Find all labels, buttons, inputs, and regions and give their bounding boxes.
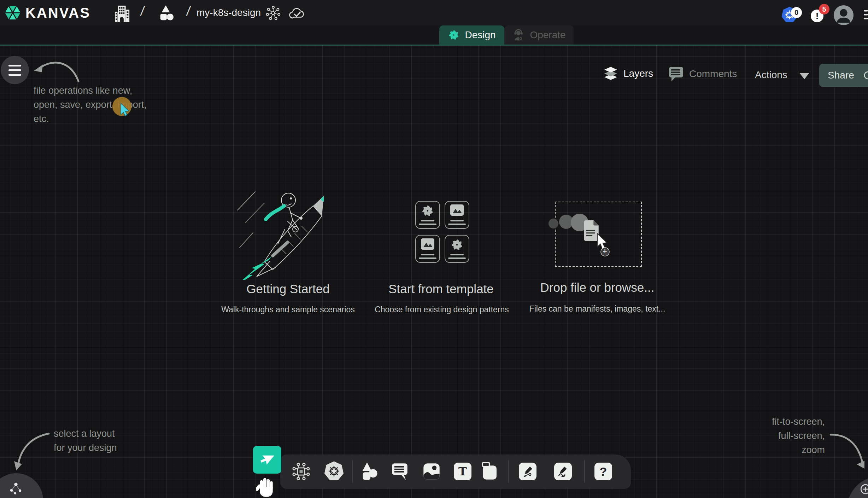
mesh-sync-icon[interactable] [266,6,281,21]
organization-icon[interactable] [114,4,131,22]
component-tool[interactable] [292,462,310,481]
note-tool[interactable] [482,462,499,480]
shapes-tool-icon [360,462,379,481]
pan-hand-icon[interactable] [256,475,278,498]
kubernetes-count-badge: 0 [791,7,802,18]
template-subtitle: Choose from existing design patterns [368,305,516,314]
click-highlight-cursor [111,95,136,121]
rocket-illustration[interactable] [235,187,341,280]
template-card-image[interactable] [415,235,440,263]
design-pinwheel-icon [448,29,460,41]
pinwheel-icon [421,204,434,218]
annotation-arrow-zoom [823,430,868,470]
getting-started-subtitle: Walk-throughs and sample scenarios [214,305,362,314]
tab-design-label: Design [465,29,495,41]
comments-label: Comments [689,68,737,80]
actions-button[interactable]: Actions [755,69,787,81]
share-partial-icon [862,70,868,81]
plus-glyph: + [603,247,607,256]
template-card-image[interactable] [445,201,469,229]
accent-divider [0,45,868,46]
top-bar: KANVAS / / my-k8s-design [0,0,868,25]
image-icon [450,204,464,216]
help-tool[interactable]: ? [594,463,612,480]
kanvas-logo-icon[interactable] [4,4,22,22]
comments-button[interactable]: Comments [668,66,737,82]
avatar[interactable] [833,5,854,25]
select-cursor-icon [259,452,275,468]
edge-menu-icon[interactable] [864,9,868,21]
layers-icon [603,66,618,81]
pinwheel-icon [450,238,464,251]
alert-count-badge: 5 [819,4,829,15]
help-tool-glyph: ? [600,465,607,479]
shapes-tool[interactable] [360,462,379,481]
pencil-tool[interactable] [554,463,572,480]
comments-icon [668,66,684,82]
design-name[interactable]: my-k8s-design [197,7,261,18]
cloud-connected-icon[interactable] [288,6,306,21]
select-tool-button[interactable] [253,446,281,474]
share-label: Share [828,70,854,81]
hamburger-icon [8,65,21,66]
template-title[interactable]: Start from template [370,282,512,296]
caret-down-icon[interactable] [799,73,809,79]
annotation-layout: select a layout for your design [54,427,117,455]
drop-subtitle: Files can be manifests, images, text... [523,304,671,314]
share-button[interactable]: Share [819,64,868,87]
template-card-design[interactable] [445,235,469,263]
kubernetes-icon [324,461,344,481]
drop-title[interactable]: Drop file or browse... [527,280,668,295]
text-tool[interactable]: T [454,463,471,480]
comment-tool[interactable] [391,463,408,480]
kubernetes-tool[interactable] [324,461,344,481]
pencil-tool-icon [557,466,569,477]
getting-started-title[interactable]: Getting Started [217,282,359,296]
kanvas-app: KANVAS / / my-k8s-design [0,0,868,498]
shapes-icon[interactable] [157,5,175,21]
text-tool-glyph: T [458,465,467,478]
note-tool-icon [482,462,499,480]
operate-icon [512,29,525,41]
brand-title: KANVAS [25,5,90,21]
menu-button[interactable] [1,56,29,84]
template-card-design[interactable] [415,201,440,229]
zoom-in-icon[interactable] [860,483,868,495]
alert-glyph: ! [816,11,819,22]
annotation-arrow-menu [31,52,91,88]
layers-label: Layers [623,68,653,79]
annotation-arrow-layout [7,429,57,475]
annotation-zoom: fit-to-screen, full-screen, zoom [712,415,825,457]
image-icon [421,238,435,250]
component-icon [292,462,310,481]
image-tool-icon [423,463,440,480]
comment-tool-icon [391,463,408,480]
breadcrumb-separator: / [140,4,146,19]
image-tool[interactable] [423,463,440,480]
tab-design[interactable]: Design [439,25,504,45]
pen-tool-icon [522,466,533,477]
tab-operate[interactable]: Operate [504,25,574,45]
pen-tool[interactable] [519,463,536,480]
breadcrumb-separator: / [186,4,192,19]
tab-operate-label: Operate [530,29,565,41]
layout-icon[interactable] [8,480,24,497]
layers-button[interactable]: Layers [603,66,653,81]
